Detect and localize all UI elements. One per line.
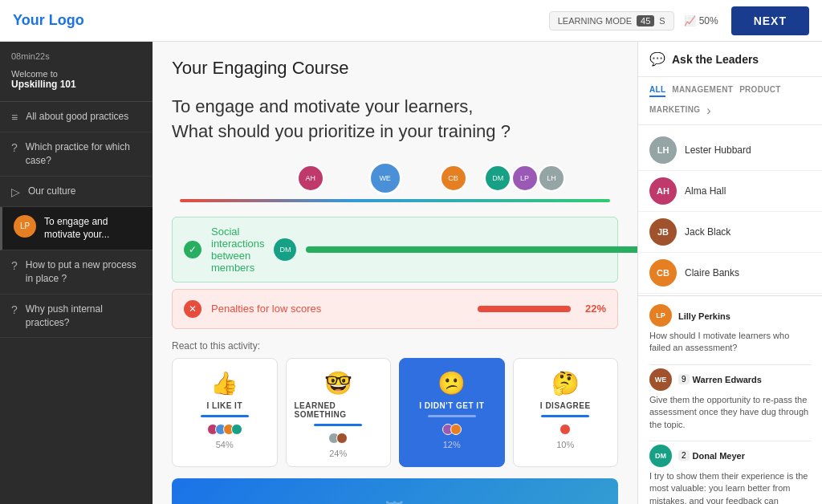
question-icon: ? xyxy=(11,259,18,272)
main-layout: 08min22s Welcome to Upskilling 101 ≡ All… xyxy=(0,42,822,504)
reaction-bar xyxy=(428,415,476,417)
poll-bar-penalties xyxy=(478,306,571,312)
panel-header: 💬 Ask the Leaders xyxy=(638,42,822,77)
mini-avatar xyxy=(560,424,571,435)
progress-indicator: 📈 50% xyxy=(684,15,718,26)
leader-avatar: JB xyxy=(649,218,677,246)
logo: Your Logo xyxy=(13,12,549,29)
comment-meta: Lilly Perkins xyxy=(678,308,811,323)
bottom-image: 🖼 xyxy=(172,478,618,504)
reaction-pct: 24% xyxy=(329,449,347,458)
learning-mode-seconds: 45 xyxy=(637,15,654,26)
comment-header: WE 9 Warren Edwards xyxy=(649,368,811,391)
reaction-bar xyxy=(201,415,249,417)
poll-option-label: Social interactions between members xyxy=(211,226,264,274)
poll-question: To engage and motivate your learners, Wh… xyxy=(172,95,618,144)
poll-option-penalties[interactable]: ✕ Penalties for low scores 22% xyxy=(172,289,618,329)
poll-avatar: DM xyxy=(274,238,296,261)
chat-icon: 💬 xyxy=(649,51,665,67)
comment-header: DM 2 Donal Meyer xyxy=(649,445,811,467)
sidebar-item-label: Which practice for which case? xyxy=(26,140,141,168)
learning-mode-badge: LEARNING MODE 45 S xyxy=(549,11,674,30)
sidebar-avatar: LP xyxy=(14,215,36,238)
right-panel: 💬 Ask the Leaders ALL MANAGEMENT PRODUCT… xyxy=(637,42,822,504)
leader-name: Alma Hall xyxy=(685,185,726,197)
checkmark-icon: ✓ xyxy=(184,241,201,258)
panel-tabs: ALL MANAGEMENT PRODUCT MARKETING › xyxy=(638,77,822,125)
didnt-get-emoji: 😕 xyxy=(437,370,466,396)
tab-management[interactable]: MANAGEMENT xyxy=(672,83,733,97)
reaction-avatars xyxy=(560,424,571,435)
reaction-learned[interactable]: 🤓 LEARNED SOMETHING 24% xyxy=(286,358,392,467)
comment-avatar: LP xyxy=(649,304,672,327)
comment-meta: 2 Donal Meyer xyxy=(678,450,811,461)
sidebar-item-our-culture[interactable]: ▷ Our culture xyxy=(0,177,153,207)
poll-option-social[interactable]: ✓ Social interactions between members DM… xyxy=(172,217,618,282)
slider-track xyxy=(180,199,610,202)
topbar: Your Logo LEARNING MODE 45 S 📈 50% NEXT xyxy=(0,0,822,42)
poll-avatar-placeholder xyxy=(446,298,468,320)
reaction-didnt-get[interactable]: 😕 I DIDN'T GET IT 12% xyxy=(399,358,505,467)
reaction-like[interactable]: 👍 I LIKE IT 54% xyxy=(172,358,278,467)
sidebar-item-push-internal[interactable]: ? Why push internal practices? xyxy=(0,295,153,339)
mini-avatar xyxy=(231,424,242,435)
slider-avatar: CB xyxy=(440,165,467,192)
slider-avatar: LH xyxy=(538,165,565,192)
poll-bar-social xyxy=(306,246,637,253)
reaction-name: I DIDN'T GET IT xyxy=(419,401,484,410)
mini-avatar xyxy=(336,433,348,444)
comment-author: Lilly Perkins xyxy=(678,311,730,321)
comment-header: LP Lilly Perkins xyxy=(649,304,811,327)
reaction-bar xyxy=(541,415,589,417)
disagree-emoji: 🤔 xyxy=(551,370,580,396)
next-button[interactable]: NEXT xyxy=(731,6,809,35)
reaction-disagree[interactable]: 🤔 I DISAGREE 10% xyxy=(513,358,619,467)
poll-question-line1: To engage and motivate your learners, xyxy=(172,96,473,116)
comment-meta: 9 Warren Edwards xyxy=(678,374,811,384)
comment-author: Warren Edwards xyxy=(693,375,762,384)
tab-all[interactable]: ALL xyxy=(649,83,665,97)
slider-section: AH WE CB DM LP LH xyxy=(172,161,618,202)
leader-alma[interactable]: AH Alma Hall xyxy=(638,171,822,212)
sidebar-item-label: To engage and motivate your... xyxy=(44,215,141,242)
sidebar-welcome: Welcome to Upskilling 101 xyxy=(0,69,153,102)
comment-lilly: LP Lilly Perkins How should I motivate l… xyxy=(649,304,811,355)
reaction-bar xyxy=(314,424,362,426)
sidebar-item-label: All about good practices xyxy=(26,110,141,124)
more-tabs-icon[interactable]: › xyxy=(706,104,710,118)
sidebar-item-to-engage[interactable]: LP To engage and motivate your... xyxy=(0,207,153,251)
tab-product[interactable]: PRODUCT xyxy=(739,83,781,97)
poll-pct-penalties: 22% xyxy=(580,303,606,315)
reaction-pct: 12% xyxy=(443,440,461,449)
leader-name: Jack Black xyxy=(685,226,730,238)
reactions-row: 👍 I LIKE IT 54% 🤓 LEARNED SOMETHING xyxy=(172,358,618,467)
reaction-pct: 10% xyxy=(556,440,574,449)
tab-marketing[interactable]: MARKETING xyxy=(649,104,700,118)
comment-text: I try to show them their experience is t… xyxy=(649,470,811,504)
sidebar-item-new-process[interactable]: ? How to put a new process in place ? xyxy=(0,250,153,295)
like-emoji: 👍 xyxy=(210,370,238,396)
leader-avatar: LH xyxy=(649,136,677,164)
panel-title: Ask the Leaders xyxy=(672,53,759,66)
sidebar-item-all-good-practices[interactable]: ≡ All about good practices xyxy=(0,102,153,132)
play-icon: ▷ xyxy=(11,185,20,198)
reactions-label: React to this activity: xyxy=(172,340,618,352)
poll-option-label: Penalties for low scores xyxy=(211,303,436,315)
progress-pct: 50% xyxy=(699,15,718,26)
sidebar-item-which-practice[interactable]: ? Which practice for which case? xyxy=(0,132,153,177)
leader-claire[interactable]: CB Claire Banks xyxy=(638,253,822,294)
sidebar-item-label: How to put a new process in place ? xyxy=(26,258,141,286)
topbar-center: LEARNING MODE 45 S 📈 50% xyxy=(549,11,718,30)
learning-mode-label: LEARNING MODE xyxy=(558,16,632,26)
divider xyxy=(649,441,811,441)
upvote-num: 2 xyxy=(678,450,690,461)
image-icon: 🖼 xyxy=(385,499,405,504)
leader-jack[interactable]: JB Jack Black xyxy=(638,212,822,253)
poll-question-line2: What should you prioritize in your train… xyxy=(172,121,511,141)
leader-lester[interactable]: LH Lester Hubbard xyxy=(638,130,822,171)
reaction-name: I DISAGREE xyxy=(540,401,591,410)
comment-text: How should I motivate learners who faile… xyxy=(649,330,811,355)
divider xyxy=(649,364,811,365)
leader-avatar: CB xyxy=(649,259,677,287)
reaction-avatars xyxy=(207,424,242,435)
